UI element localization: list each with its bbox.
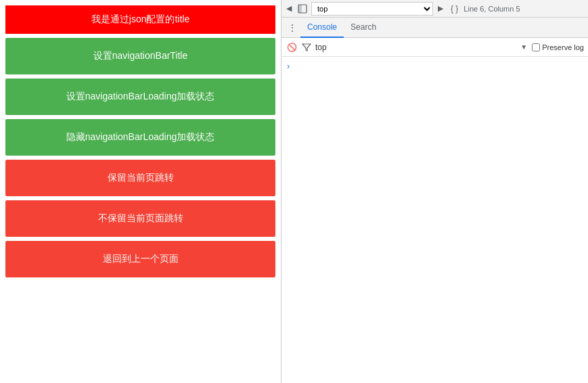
preserve-log-wrapper[interactable]: Preserve log [532,43,584,51]
format-icon[interactable]: { } [448,4,461,14]
tab-console[interactable]: Console [300,18,344,38]
console-caret[interactable]: › [287,61,290,71]
title-bar-text: 我是通过json配置的title [91,14,189,24]
devtools-console-area: › [281,57,588,383]
preserve-log-checkbox[interactable] [532,43,540,51]
btn-navigate-keep[interactable]: 保留当前页跳转 [5,160,275,196]
svg-rect-1 [298,5,302,13]
line-info: Line 6, Column 5 [463,5,520,13]
green-section: 设置navigationBarTitle 设置navigationBarLoad… [5,38,275,156]
preserve-log-label: Preserve log [542,43,584,51]
devtools-filter-bar: 🚫 ▼ Preserve log [281,38,588,57]
left-panel: 我是通过json配置的title 设置navigationBarTitle 设置… [0,0,281,383]
devtools-back-arrow[interactable]: ◀ [284,4,294,14]
devtools-panel: ◀ top ▶ { } Line 6, Column 5 ⋮ Console S… [281,0,588,383]
btn-set-navbar-title[interactable]: 设置navigationBarTitle [5,38,275,74]
btn-navigate-no-keep[interactable]: 不保留当前页面跳转 [5,200,275,237]
filter-funnel-icon[interactable] [300,41,313,53]
tab-search[interactable]: Search [344,18,383,38]
devtools-toolbar: ◀ top ▶ { } Line 6, Column 5 [281,0,588,18]
btn-set-navbar-loading[interactable]: 设置navigationBarLoading加载状态 [5,78,275,115]
filter-block-icon[interactable]: 🚫 [286,41,298,53]
frame-select-wrapper[interactable]: top [311,2,433,16]
devtools-tabs-bar: ⋮ Console Search [281,18,588,38]
title-bar: 我是通过json配置的title [5,5,275,34]
devtools-forward-arrow[interactable]: ▶ [436,4,445,14]
filter-dropdown-arrow[interactable]: ▼ [518,42,529,53]
frame-icon [296,3,309,15]
filter-input[interactable] [315,41,516,54]
red-section: 保留当前页跳转 不保留当前页面跳转 退回到上一个页面 [5,160,275,277]
btn-navigate-back[interactable]: 退回到上一个页面 [5,241,275,277]
btn-hide-navbar-loading[interactable]: 隐藏navigationBarLoading加载状态 [5,119,275,156]
devtools-menu-icon[interactable]: ⋮ [284,20,300,36]
frame-select[interactable]: top [311,2,433,16]
